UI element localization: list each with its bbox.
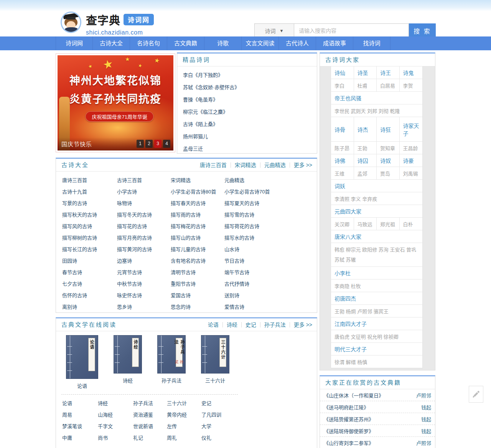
poet-title-link[interactable]: 诗佛 — [331, 154, 354, 167]
poem-category-link[interactable]: 描写花的古诗 — [117, 221, 171, 232]
classic-book-link[interactable]: 论语 — [62, 398, 98, 409]
header-link-yuanqu[interactable]: 元曲精选 — [264, 159, 286, 171]
poet-name-link[interactable]: 王昌龄 — [400, 142, 423, 154]
poem-category-link[interactable]: 描写水的古诗 — [224, 232, 317, 244]
feedback-pencil-button[interactable] — [469, 386, 483, 403]
poem-category-link[interactable]: 写景的古诗 — [62, 198, 117, 209]
nav-item-wenyanwen[interactable]: 文言文阅读 — [242, 36, 279, 50]
featured-poem-link[interactable]: 曹操《龟虽寿》 — [177, 94, 317, 106]
poet-name-link[interactable]: 郑光祖 — [377, 218, 400, 230]
poem-category-link[interactable]: 古诗十九首 — [62, 186, 117, 198]
poet-name-link[interactable]: 杜甫 — [354, 79, 377, 91]
poet-group-title[interactable]: 明代三大才子 — [331, 343, 422, 355]
book-cover-sunzibingfa[interactable]: 孙子兵法孙武 孙子兵法 — [157, 335, 186, 384]
poet-title-link[interactable]: 诗囚 — [354, 154, 377, 167]
reading-item[interactable]: 《送陆贽擢第还苏州》 钱起 — [320, 413, 435, 425]
classic-book-link[interactable]: 左传 — [167, 421, 201, 432]
poet-group-title[interactable]: 小李杜 — [331, 267, 422, 279]
poem-category-link[interactable]: 元曲精选 — [224, 175, 317, 186]
poem-category-link[interactable]: 爱国古诗 — [171, 290, 224, 301]
nav-item-chengyugushi[interactable]: 成语故事 — [316, 36, 353, 50]
featured-poem-link[interactable]: 苏轼《念奴娇·赤壁怀古》 — [177, 81, 317, 94]
site-logo[interactable]: 查字典 诗词网 shici.chazidian.com — [61, 12, 154, 36]
classic-book-link[interactable]: 中庸 — [62, 432, 98, 444]
classic-book-link[interactable]: 山海经 — [98, 409, 133, 421]
poem-category-link[interactable]: 节日古诗 — [224, 255, 317, 267]
nav-item-gudaishiren[interactable]: 古代诗人 — [279, 36, 316, 50]
book-caption[interactable]: 孙子兵法 — [161, 377, 181, 384]
poem-category-link[interactable]: 描写荷花的古诗 — [224, 221, 317, 232]
poet-name-link[interactable]: 刘禹锡 — [400, 167, 423, 179]
book-caption[interactable]: 三十六计 — [205, 377, 225, 384]
search-input[interactable] — [294, 23, 409, 38]
header-link-lunyu[interactable]: 论语 — [208, 319, 219, 331]
poet-name-link[interactable]: 陈子昂 — [331, 142, 354, 154]
poem-category-link[interactable]: 田园诗 — [62, 255, 117, 267]
nav-item-mingshimingju[interactable]: 名诗名句 — [130, 36, 167, 50]
poem-category-link[interactable]: 描写山的古诗 — [171, 232, 224, 244]
poem-category-link[interactable]: 描写长江的古诗 — [62, 244, 117, 255]
classic-book-link[interactable]: 梦溪笔谈 — [62, 421, 98, 432]
poem-category-link[interactable]: 描写秋天的古诗 — [62, 209, 117, 221]
nav-item-gushidaquan[interactable]: 古诗大全 — [93, 36, 130, 50]
poem-category-link[interactable]: 边塞诗 — [117, 255, 171, 267]
header-link-songci[interactable]: 宋词精选 — [235, 159, 256, 171]
carousel-page-1[interactable]: 1 — [137, 140, 144, 148]
poem-category-link[interactable]: 含有地名的古诗 — [171, 255, 224, 267]
book-caption[interactable]: 诗经 — [123, 377, 133, 384]
classic-book-link[interactable]: 黄帝内经 — [167, 409, 201, 421]
poet-title-link[interactable]: 诗圣 — [354, 66, 377, 79]
poem-category-link[interactable]: 小学古诗 — [117, 186, 171, 198]
poem-category-link[interactable]: 咏物诗 — [117, 198, 171, 209]
reading-item[interactable]: 《山庄休沐（一作和夏日》 卢照邻 — [320, 389, 435, 401]
poem-category-link[interactable]: 古代抒情诗 — [224, 278, 317, 290]
search-button[interactable]: 搜 索 — [409, 23, 436, 38]
poet-group-names[interactable]: 李清照 李义 辛弃疾 — [331, 192, 422, 205]
poet-group-title[interactable]: 江南四大才子 — [331, 317, 422, 330]
featured-poem-link[interactable]: 扬州郭猫儿 — [177, 131, 317, 143]
poet-name-link[interactable]: 贾岛 — [377, 167, 400, 179]
poem-category-link[interactable]: 春节古诗 — [62, 267, 117, 278]
poet-name-link[interactable]: 贺知章 — [377, 142, 400, 154]
classic-book-link[interactable]: 史记 — [201, 398, 255, 409]
poet-name-link[interactable]: 马致远 — [354, 218, 377, 230]
featured-poem-link[interactable]: 古诗《陌上桑》 — [177, 118, 317, 131]
poem-category-link[interactable]: 伤怀的古诗 — [62, 290, 117, 301]
poem-category-link[interactable]: 七夕古诗 — [62, 278, 117, 290]
poet-name-link[interactable]: 孟郊 — [354, 167, 377, 179]
nav-item-guwendianji[interactable]: 古文典籍 — [167, 36, 204, 50]
poet-title-link[interactable]: 诗骨 — [331, 117, 354, 141]
poet-name-link[interactable]: 李白 — [331, 79, 354, 91]
poet-title-link[interactable]: 诗狂 — [377, 117, 400, 141]
book-caption[interactable]: 论语 — [77, 382, 87, 389]
nav-item-shige[interactable]: 诗歌 — [204, 36, 242, 50]
reading-item[interactable]: 《山行寄刘李二参军》 卢照邻 — [320, 437, 435, 448]
poem-category-link[interactable]: 描写柳树的古诗 — [62, 232, 117, 244]
poet-name-link[interactable]: 白居易 — [377, 79, 400, 91]
header-link-tangshi[interactable]: 唐诗三百首 — [200, 159, 227, 171]
carousel-page-3-active[interactable]: 3 — [154, 140, 161, 148]
poet-title-link[interactable]: 诗鬼 — [400, 66, 423, 79]
poem-category-link[interactable]: 唐诗三百首 — [62, 175, 117, 186]
poet-group-names[interactable]: 李世民 武则天 刘邦 刘彻 乾隆 — [331, 104, 422, 117]
poem-category-link[interactable]: 描写月亮的古诗 — [117, 232, 171, 244]
poem-category-link[interactable]: 描写儿童的古诗 — [171, 244, 224, 255]
poet-name-link[interactable]: 王维 — [331, 167, 354, 179]
header-link-shiji[interactable]: 史记 — [246, 319, 256, 331]
featured-poem-link[interactable]: 孟母三迁 — [177, 143, 317, 155]
more-link[interactable]: 更多 >> — [294, 159, 312, 171]
poet-group-names[interactable]: 韩愈 柳宗元 欧阳修 苏洵 王安石 曾巩 苏轼 苏辙 — [331, 243, 422, 267]
poet-group-title[interactable]: 唐宋八大家 — [331, 230, 422, 243]
book-cover-sanshiliuji[interactable]: 三十六计 三十六计 — [201, 335, 229, 384]
poem-category-link[interactable]: 爱情古诗 — [224, 301, 317, 313]
poem-category-link[interactable]: 端午节古诗 — [224, 267, 317, 278]
poem-category-link[interactable]: 思乡诗 — [117, 301, 171, 313]
poem-category-link[interactable]: 小学生必背古诗70首 — [224, 186, 317, 198]
poem-category-link[interactable]: 重阳节古诗 — [171, 278, 224, 290]
poem-category-link[interactable]: 清明节古诗 — [171, 267, 224, 278]
poet-group-names[interactable]: 李商隐 杜牧 — [331, 279, 422, 292]
carousel-page-4[interactable]: 4 — [163, 140, 170, 148]
poem-category-link[interactable]: 山水诗 — [224, 244, 317, 255]
classic-book-link[interactable]: 资治通鉴 — [133, 409, 167, 421]
poet-group-title[interactable]: 初唐四杰 — [331, 292, 422, 305]
